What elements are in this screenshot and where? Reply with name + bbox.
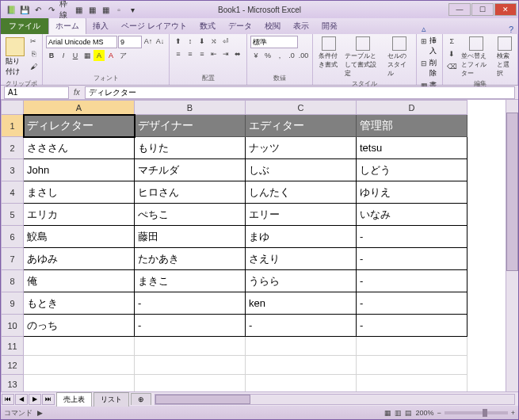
cell-c13[interactable] — [246, 375, 357, 392]
currency-icon[interactable]: ¥ — [250, 50, 261, 61]
cell-c10[interactable]: - — [246, 315, 357, 337]
italic-icon[interactable]: I — [58, 50, 69, 61]
delete-cells-icon[interactable]: ⊟ — [420, 58, 428, 69]
sheet-nav-next-icon[interactable]: ▶ — [29, 394, 41, 405]
select-all-corner[interactable] — [2, 101, 24, 115]
decrease-decimal-icon[interactable]: .00 — [298, 50, 309, 61]
clear-icon[interactable]: ⌫ — [446, 61, 457, 72]
paste-button[interactable]: 貼り付け — [4, 36, 26, 78]
zoom-in-icon[interactable]: + — [511, 409, 515, 417]
wrap-text-icon[interactable]: ⏎ — [220, 36, 231, 47]
row-header-9[interactable]: 9 — [2, 292, 24, 315]
cell-a5[interactable]: エリカ — [24, 204, 135, 226]
font-size-select[interactable] — [118, 36, 142, 48]
insert-cells-icon[interactable]: ⊞ — [420, 36, 428, 47]
sheet-nav-prev-icon[interactable]: ◀ — [15, 394, 28, 405]
autosum-icon[interactable]: Σ — [446, 36, 457, 47]
view-page-break-icon[interactable]: ▤ — [405, 409, 412, 417]
cell-b3[interactable]: マチルダ — [135, 159, 246, 181]
zoom-level[interactable]: 200% — [415, 409, 433, 417]
align-middle-icon[interactable]: ↕ — [185, 36, 196, 47]
spreadsheet-grid[interactable]: A B C D 1 ディレクター デザイナー エディター 管理部 2さささんもり… — [1, 100, 467, 391]
row-header-12[interactable]: 12 — [2, 356, 24, 375]
row-header-4[interactable]: 4 — [2, 181, 24, 204]
increase-indent-icon[interactable]: ⇥ — [220, 48, 231, 59]
cell-b12[interactable] — [135, 356, 246, 375]
row-header-10[interactable]: 10 — [2, 315, 24, 337]
cell-a10[interactable]: のっち — [24, 315, 135, 337]
cell-d3[interactable]: しどう — [357, 159, 467, 181]
sheet-nav-last-icon[interactable]: ⏭ — [42, 394, 55, 405]
format-as-table-button[interactable]: テーブルとして書式設定 — [342, 36, 384, 78]
zoom-slider[interactable] — [445, 411, 508, 414]
minimize-ribbon-icon[interactable]: ▵ — [417, 24, 431, 34]
cell-c7[interactable]: さえり — [246, 248, 357, 270]
cell-d13[interactable] — [357, 375, 467, 392]
conditional-formatting-button[interactable]: 条件付き書式 — [316, 36, 341, 70]
cell-a12[interactable] — [24, 356, 135, 375]
cell-styles-button[interactable]: セルのスタイル — [385, 36, 413, 78]
tab-review[interactable]: 校閲 — [258, 18, 287, 34]
tab-data[interactable]: データ — [222, 18, 258, 34]
phonetic-icon[interactable]: ア — [117, 50, 128, 61]
cell-a1[interactable]: ディレクター — [24, 115, 135, 137]
cell-b7[interactable]: たかあき — [135, 248, 246, 270]
align-right-icon[interactable]: ≡ — [197, 48, 208, 59]
qat-btn-1[interactable]: ▦ — [73, 4, 84, 15]
font-color-icon[interactable]: A — [105, 50, 116, 61]
cell-c2[interactable]: ナッツ — [246, 137, 357, 159]
cell-d9[interactable]: - — [357, 292, 467, 315]
cell-c3[interactable]: しぶ — [246, 159, 357, 181]
cell-a2[interactable]: さささん — [24, 137, 135, 159]
cell-d12[interactable] — [357, 356, 467, 375]
tab-developer[interactable]: 開発 — [315, 18, 344, 34]
view-page-layout-icon[interactable]: ▥ — [395, 409, 402, 417]
save-icon[interactable]: 💾 — [19, 4, 30, 15]
align-top-icon[interactable]: ⬆ — [173, 36, 184, 47]
sheet-tab-new[interactable]: ⊕ — [131, 393, 151, 405]
sheet-tab-active[interactable]: 売上表 — [56, 392, 92, 407]
comma-icon[interactable]: , — [274, 50, 285, 61]
cell-b2[interactable]: もりた — [135, 137, 246, 159]
align-left-icon[interactable]: ≡ — [173, 48, 184, 59]
cell-b11[interactable] — [135, 337, 246, 356]
row-header-11[interactable]: 11 — [2, 337, 24, 356]
cell-a3[interactable]: John — [24, 159, 135, 181]
cell-b13[interactable] — [135, 375, 246, 392]
cell-a13[interactable] — [24, 375, 135, 392]
qat-btn-4[interactable]: ▫ — [113, 4, 124, 15]
vertical-scrollbar[interactable] — [506, 100, 518, 391]
cell-b5[interactable]: ぺちこ — [135, 204, 246, 226]
sheet-tab-2[interactable]: リスト — [93, 392, 129, 407]
cut-icon[interactable]: ✂ — [28, 36, 39, 47]
vertical-scroll-thumb[interactable] — [506, 113, 518, 271]
column-header-b[interactable]: B — [135, 101, 246, 115]
copy-icon[interactable]: ⎘ — [28, 48, 39, 59]
redo-icon[interactable]: ↷ — [46, 4, 57, 15]
increase-font-icon[interactable]: A↑ — [143, 36, 154, 47]
row-header-1[interactable]: 1 — [2, 115, 24, 137]
column-header-c[interactable]: C — [246, 101, 357, 115]
decrease-indent-icon[interactable]: ⇤ — [208, 48, 219, 59]
tab-file[interactable]: ファイル — [1, 18, 48, 34]
percent-icon[interactable]: % — [262, 50, 273, 61]
cell-d10[interactable]: - — [357, 315, 467, 337]
find-select-button[interactable]: 検索と選択 — [494, 36, 514, 78]
fx-icon[interactable]: fx — [69, 88, 85, 97]
row-header-7[interactable]: 7 — [2, 248, 24, 270]
row-header-6[interactable]: 6 — [2, 226, 24, 248]
underline-icon[interactable]: U — [70, 50, 81, 61]
delete-cells-label[interactable]: 削除 — [429, 58, 440, 78]
horizontal-scrollbar[interactable] — [155, 394, 515, 405]
cell-b4[interactable]: ヒロさん — [135, 181, 246, 204]
column-header-d[interactable]: D — [357, 101, 467, 115]
row-header-2[interactable]: 2 — [2, 137, 24, 159]
cell-c4[interactable]: しんたく — [246, 181, 357, 204]
cell-d6[interactable]: - — [357, 226, 467, 248]
tab-view[interactable]: 表示 — [287, 18, 315, 34]
cell-b9[interactable]: - — [135, 292, 246, 315]
cell-d5[interactable]: いなみ — [357, 204, 467, 226]
decrease-font-icon[interactable]: A↓ — [155, 36, 166, 47]
name-box[interactable]: A1 — [4, 86, 69, 99]
status-macro-icon[interactable]: ▶ — [37, 409, 43, 417]
